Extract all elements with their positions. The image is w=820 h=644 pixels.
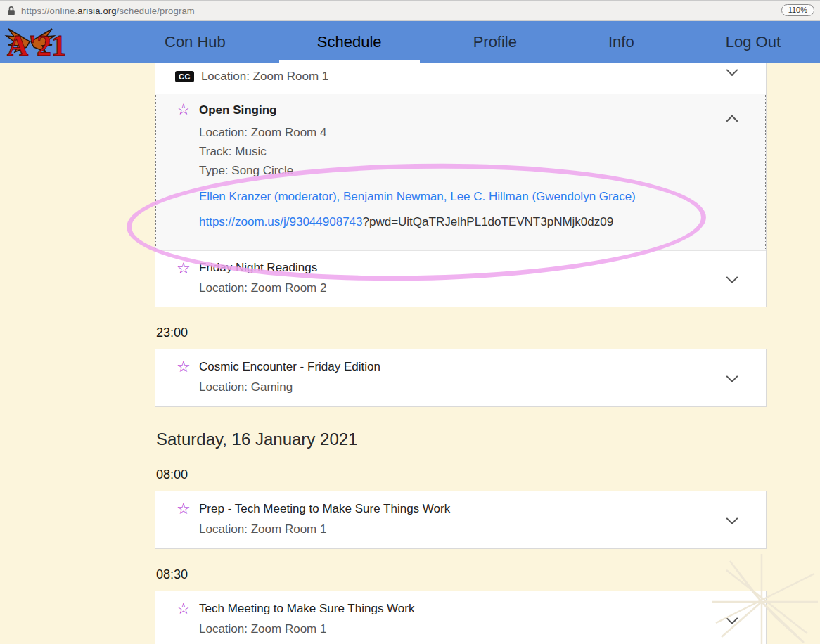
event-row-prep-tech-meeting[interactable]: ☆ Prep - Tech Meeting to Make Sure Thing… [155, 491, 767, 549]
chevron-down-icon[interactable] [726, 64, 738, 76]
event-title: Friday Night Readings [199, 261, 724, 275]
url-bar[interactable]: https://online.arisia.org/schedule/progr… [21, 6, 195, 16]
url-domain: arisia.org [77, 6, 116, 16]
event-row-cosmic-encounter[interactable]: ☆ Cosmic Encounter - Friday Edition Loca… [155, 349, 767, 407]
nav-profile[interactable]: Profile [468, 21, 523, 63]
zoom-link-line: https://zoom.us/j/93044908743?pwd=UitQaT… [199, 215, 724, 229]
nav-schedule[interactable]: Schedule [312, 21, 387, 63]
time-slot-label: 23:00 [156, 326, 767, 340]
event-location: Location: Zoom Room 1 [199, 522, 724, 536]
participant-link[interactable]: Ellen Kranzer (moderator) [199, 190, 337, 203]
event-row-partial[interactable]: CC Location: Zoom Room 1 [155, 63, 766, 94]
chevron-down-icon[interactable] [726, 371, 738, 382]
favorite-star-icon[interactable]: ☆ [177, 501, 191, 517]
main-nav: A'21 Con Hub Schedule Profile Info Log O… [0, 21, 820, 63]
event-location: Location: Zoom Room 1 [201, 70, 328, 84]
event-location: Location: Gaming [199, 380, 724, 394]
lock-icon[interactable] [7, 6, 15, 15]
event-location: Location: Zoom Room 4 [199, 126, 724, 140]
participant-link[interactable]: Lee C. Hillman (Gwendolyn Grace) [450, 190, 636, 203]
arisia-logo[interactable]: A'21 [0, 21, 118, 63]
chevron-down-icon[interactable] [726, 513, 738, 524]
day-header: Saturday, 16 January 2021 [156, 430, 767, 449]
nav-con-hub[interactable]: Con Hub [159, 21, 231, 63]
logo-text: A'21 [7, 30, 66, 61]
participant-separator: , [337, 190, 343, 203]
favorite-star-icon[interactable]: ☆ [177, 359, 191, 375]
event-title: Cosmic Encounter - Friday Edition [199, 360, 724, 374]
event-type: Type: Song Circle [199, 164, 724, 178]
event-title: Open Singing [199, 103, 724, 117]
event-group: CC Location: Zoom Room 1 ☆ Open Singing … [155, 63, 767, 307]
zoom-meeting-link[interactable]: https://zoom.us/j/93044908743 [199, 215, 363, 228]
favorite-star-icon[interactable]: ☆ [177, 261, 191, 276]
event-title: Tech Meeting to Make Sure Things Work [199, 602, 724, 616]
browser-chrome: https://online.arisia.org/schedule/progr… [0, 0, 820, 21]
event-location: Location: Zoom Room 1 [199, 622, 724, 636]
event-track: Track: Music [199, 145, 724, 159]
time-slot-label: 08:00 [156, 468, 767, 482]
chevron-down-icon[interactable] [726, 271, 738, 283]
favorite-star-icon[interactable]: ☆ [177, 102, 191, 117]
participant-separator: , [444, 190, 450, 203]
schedule-content: CC Location: Zoom Room 1 ☆ Open Singing … [155, 63, 767, 644]
time-slot-label: 08:30 [156, 567, 767, 582]
event-row-friday-readings[interactable]: ☆ Friday Night Readings Location: Zoom R… [155, 250, 766, 307]
nav-info[interactable]: Info [603, 21, 640, 63]
url-scheme: https://online. [21, 6, 77, 16]
participants: Ellen Kranzer (moderator), Benjamin Newm… [199, 190, 724, 204]
nav-log-out[interactable]: Log Out [720, 21, 786, 63]
closed-captions-badge: CC [175, 71, 194, 82]
event-location: Location: Zoom Room 2 [199, 281, 724, 295]
event-row-open-singing[interactable]: ☆ Open Singing Location: Zoom Room 4 Tra… [155, 94, 766, 250]
url-path: /schedule/program [117, 6, 195, 16]
event-row-tech-meeting[interactable]: ☆ Tech Meeting to Make Sure Things Work … [155, 591, 767, 644]
nav-items: Con Hub Schedule Profile Info Log Out [118, 21, 820, 63]
favorite-star-icon[interactable]: ☆ [177, 601, 191, 617]
event-title: Prep - Tech Meeting to Make Sure Things … [199, 502, 724, 516]
dragon-wings-icon: A'21 [4, 23, 115, 61]
participant-link[interactable]: Benjamin Newman [343, 190, 444, 203]
chevron-down-icon[interactable] [726, 612, 738, 624]
chevron-up-icon[interactable] [726, 115, 738, 127]
zoom-level-badge[interactable]: 110% [781, 4, 814, 16]
zoom-link-password-param: ?pwd=UitQaTRJelhPL1doTEVNT3pNMjk0dz09 [363, 215, 614, 228]
